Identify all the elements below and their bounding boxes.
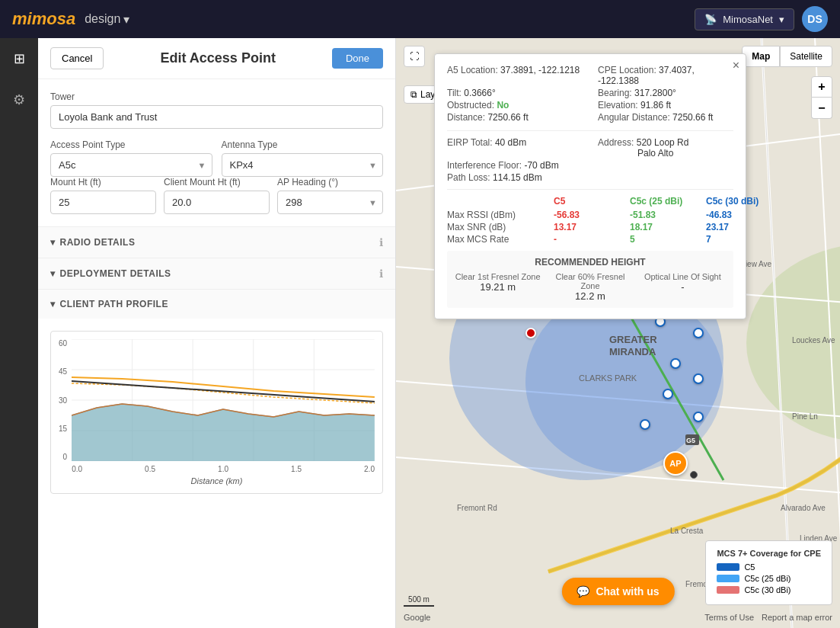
svg-text:Louckes Ave: Louckes Ave — [792, 336, 835, 344]
rssi-c5c30: -46.83 — [706, 210, 782, 220]
mount-ht-group: Mount Ht (ft) — [50, 177, 156, 214]
cancel-button[interactable]: Cancel — [50, 47, 104, 69]
popup-top-grid: A5 Location: 37.3891, -122.1218 CPE Loca… — [447, 65, 733, 123]
deployment-chevron-icon: ▾ — [50, 268, 56, 279]
tower-label: Tower — [50, 91, 383, 102]
path-loss-label: Path Loss: — [447, 172, 490, 183]
rec-grid: Clear 1st Fresnel Zone 19.21 m Clear 60%… — [453, 272, 727, 302]
heights-row: Mount Ht (ft) Client Mount Ht (ft) AP He… — [50, 177, 383, 214]
deployment-title: ▾ DEPLOYMENT DETAILS — [50, 268, 171, 279]
sidebar-item-layers[interactable]: ⊞ — [9, 46, 30, 72]
svg-text:MIRANDA: MIRANDA — [609, 346, 656, 357]
bearing-value: 317.2800° — [634, 88, 676, 98]
rssi-c5: -56.83 — [554, 210, 630, 220]
mimosanet-button[interactable]: 📡 MimosaNet ▾ — [695, 8, 794, 30]
antenna-select[interactable]: KPx4 — [222, 153, 384, 177]
mcs-c5c25: 5 — [630, 234, 706, 245]
chart-x-label: Distance (km) — [191, 476, 243, 485]
svg-text:G5: G5 — [686, 437, 695, 444]
info-popup: × A5 Location: 37.3891, -122.1218 CPE Lo… — [434, 53, 746, 319]
sidebar-item-settings[interactable]: ⚙ — [8, 87, 30, 113]
client-path-section: ▾ CLIENT PATH PROFILE 60 45 30 15 0 — [38, 289, 395, 506]
ap-marker[interactable]: AP — [663, 451, 688, 476]
svg-text:GREATER: GREATER — [609, 334, 657, 345]
radio-details-title: ▾ RADIO DETAILS — [50, 237, 135, 248]
mimosa-logo[interactable]: mimosa — [12, 9, 75, 29]
report-link[interactable]: Report a map error — [762, 613, 832, 622]
rec-fresnel1: Clear 1st Fresnel Zone 19.21 m — [453, 272, 542, 302]
eirp-value: 40 dBm — [495, 137, 526, 148]
radio-details-section: ▾ RADIO DETAILS ℹ — [38, 226, 395, 258]
legend-c5c25: C5c (25 dBi) — [717, 574, 821, 583]
popup-close-button[interactable]: × — [733, 59, 739, 72]
zoom-in-button[interactable]: + — [811, 76, 832, 98]
client-path-chevron-icon: ▾ — [50, 299, 56, 309]
radio-chevron-icon: ▾ — [50, 237, 56, 248]
cpe-marker-10[interactable] — [640, 419, 650, 430]
form-section: Tower Access Point Type A5c ▼ Antenna Ty… — [38, 79, 395, 226]
distance-value: 7250.66 ft — [487, 112, 528, 123]
tower-input[interactable] — [50, 105, 383, 129]
legend-c5c30-label: C5c (30 dBi) — [744, 585, 790, 594]
map-button[interactable]: Map — [742, 46, 780, 67]
client-mount-input[interactable] — [164, 191, 270, 214]
antenna-label: Antenna Type — [222, 139, 384, 150]
fullscreen-button[interactable]: ⛶ — [404, 46, 425, 67]
chart-container: 60 45 30 15 0 — [50, 331, 383, 494]
deployment-info-icon[interactable]: ℹ — [379, 268, 383, 280]
user-avatar[interactable]: DS — [802, 6, 828, 32]
rec2-label: Clear 60% Fresnel Zone — [545, 272, 634, 290]
mount-ht-input[interactable] — [50, 191, 156, 214]
client-mount-label: Client Mount Ht (ft) — [164, 177, 270, 187]
map-area: GREATER MIRANDA CLARKS PARK Deer Creek R… — [396, 38, 840, 628]
a5-location-value: 37.3891, -122.1218 — [500, 65, 580, 75]
zoom-out-button[interactable]: − — [811, 98, 832, 119]
snr-c5c30: 23.17 — [706, 222, 782, 232]
radio-info-icon[interactable]: ℹ — [379, 236, 383, 248]
recommended-box: RECOMMENDED HEIGHT Clear 1st Fresnel Zon… — [447, 251, 733, 308]
a5-location-label: A5 Location: — [447, 65, 498, 75]
google-label: Google — [404, 613, 430, 622]
design-dropdown[interactable]: design ▾ — [85, 12, 129, 27]
cpe-marker-7[interactable] — [670, 358, 681, 369]
mcs-c5c30: 7 — [706, 234, 782, 245]
cpe-marker-6[interactable] — [693, 328, 704, 338]
radio-details-header[interactable]: ▾ RADIO DETAILS ℹ — [38, 227, 395, 258]
chat-icon: 💬 — [577, 585, 589, 598]
distance-label: Distance: — [447, 112, 485, 123]
chat-widget[interactable]: 💬 Chat with us — [561, 578, 674, 605]
satellite-button[interactable]: Satellite — [780, 46, 832, 67]
rec3-label: Optical Line Of Sight — [638, 272, 727, 281]
col-c5c30-header: C5c (30 dBi) — [706, 196, 782, 207]
legend-c5c25-label: C5c (25 dBi) — [744, 574, 790, 583]
chart-svg — [72, 339, 375, 461]
terms-link[interactable]: Terms of Use — [704, 613, 754, 622]
ap-type-group: Access Point Type A5c ▼ — [50, 139, 212, 177]
cpe-red-marker[interactable] — [525, 328, 536, 338]
legend-c5c30-color — [717, 586, 739, 594]
ap-heading-select[interactable]: 298 — [277, 191, 383, 214]
sidebar: ⊞ ⚙ — [0, 38, 38, 628]
legend-title: MCS 7+ Coverage for CPE — [717, 549, 821, 558]
snr-c5: 13.17 — [554, 222, 630, 232]
deployment-header[interactable]: ▾ DEPLOYMENT DETAILS ℹ — [38, 258, 395, 289]
map-background[interactable]: GREATER MIRANDA CLARKS PARK Deer Creek R… — [396, 38, 840, 628]
antenna-group: Antenna Type KPx4 ▼ — [222, 139, 384, 177]
nav-left: mimosa design ▾ — [12, 9, 129, 29]
left-panel: Cancel Edit Access Point Done Tower Acce… — [38, 38, 396, 628]
ap-heading-group: AP Heading (°) 298 ▼ — [277, 177, 383, 214]
cpe-marker-8[interactable] — [693, 373, 704, 384]
done-button[interactable]: Done — [332, 48, 383, 69]
cpe-marker-11[interactable] — [693, 412, 704, 422]
popup-divider-2 — [447, 189, 733, 190]
scale-bar: 500 m — [404, 595, 434, 607]
client-path-header[interactable]: ▾ CLIENT PATH PROFILE — [38, 290, 395, 319]
chart-plot: 0.0 0.5 1.0 1.5 2.0 — [72, 339, 375, 473]
layers-icon: ⧉ — [410, 89, 417, 100]
cpe-marker-9[interactable] — [663, 389, 673, 399]
tilt-label: Tilt: — [447, 88, 462, 98]
ap-type-select[interactable]: A5c — [50, 153, 212, 177]
rec-fresnel2: Clear 60% Fresnel Zone 12.2 m — [545, 272, 634, 302]
chart-section: 60 45 30 15 0 — [38, 319, 395, 506]
rec2-value: 12.2 m — [545, 290, 634, 302]
